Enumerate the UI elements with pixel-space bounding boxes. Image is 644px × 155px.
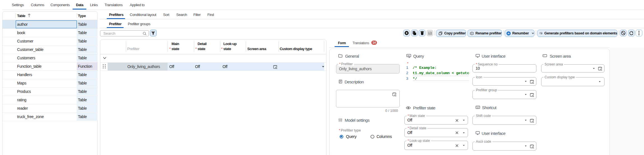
svg-text:SQL: SQL [407, 55, 410, 57]
svg-text:R: R [508, 32, 509, 35]
